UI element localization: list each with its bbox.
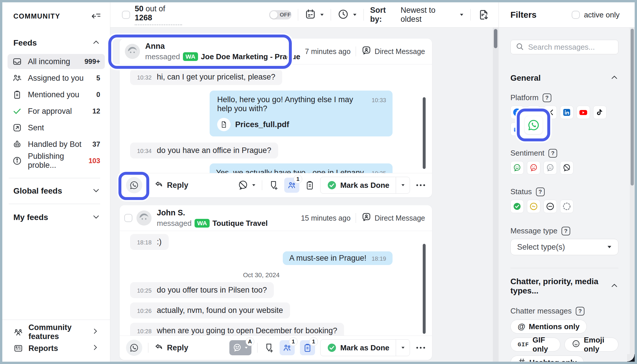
caret-down-icon (252, 184, 255, 186)
label-add-icon[interactable] (263, 342, 274, 353)
help-icon[interactable]: ? (576, 307, 584, 316)
divider (298, 9, 298, 21)
more-options-button[interactable] (415, 347, 426, 349)
status-pending-icon[interactable] (560, 200, 573, 213)
label-add-icon[interactable] (268, 180, 279, 191)
assign-users-button[interactable]: 1 (284, 178, 299, 193)
sidebar-item-all-incoming[interactable]: All incoming 999+ (8, 54, 105, 69)
sidebar-item-mentioned-you[interactable]: Mentioned you 0 (8, 87, 105, 102)
whatsapp-platform-icon[interactable] (525, 116, 543, 134)
chevron-up-icon[interactable] (610, 282, 618, 291)
filters-scrollbar-thumb[interactable] (631, 29, 634, 185)
status-label: Status (510, 187, 532, 196)
sidebar-item-reports[interactable]: Reports (9, 340, 103, 356)
tiktok-icon[interactable] (593, 106, 607, 119)
caret-down-icon (245, 347, 248, 349)
search-input[interactable] (528, 43, 613, 52)
help-icon[interactable]: ? (562, 227, 570, 235)
status-done-icon[interactable] (510, 200, 524, 213)
sidebar-item-handled-by-bot[interactable]: Handled by Bot 37 (8, 137, 105, 152)
main-scrollbar[interactable] (492, 28, 498, 362)
status-minus-icon[interactable] (544, 200, 557, 213)
mentions-only-button[interactable]: @ Mentions only (510, 320, 587, 334)
sentiment-neutral-icon[interactable] (544, 161, 557, 174)
status-snoozed-icon[interactable] (527, 200, 540, 213)
chat-scrollbar[interactable] (423, 244, 426, 334)
chevron-down-icon[interactable] (92, 186, 100, 196)
chevron-up-icon[interactable] (92, 38, 100, 48)
active-only-toggle[interactable]: active only (572, 10, 620, 19)
date-separator: Oct 30, 2024 (243, 271, 280, 279)
help-icon[interactable]: ? (548, 149, 557, 158)
file-attachment[interactable]: Prices_full.pdf (217, 118, 386, 131)
time-filter-dropdown[interactable] (337, 8, 357, 21)
message-type: Direct Message (361, 212, 425, 224)
selection-count: 50 out of 1268 (135, 4, 182, 25)
mark-as-done-dropdown[interactable] (396, 177, 410, 193)
emoji-only-button[interactable]: Emoji only (564, 338, 618, 352)
gif-only-button[interactable]: GIF GIF only (510, 338, 560, 352)
notes-button[interactable]: 1 (300, 340, 315, 355)
count-badge-alert: 103 (89, 157, 100, 165)
reply-button[interactable]: Reply (154, 180, 188, 191)
divider (331, 9, 331, 21)
sentiment-dropdown[interactable] (237, 180, 256, 191)
sidebar-item-community-features[interactable]: Community features (9, 324, 103, 340)
sidebar-item-assigned-to-you[interactable]: Assigned to you 5 (8, 71, 105, 86)
notes-icon[interactable] (305, 180, 315, 190)
collapse-sidebar-icon[interactable] (91, 11, 101, 21)
sentiment-negative-icon[interactable] (527, 161, 540, 174)
divider (356, 213, 356, 223)
card-checkbox[interactable] (124, 214, 132, 222)
divider (9, 178, 100, 178)
sidebar-item-publishing-problems[interactable]: Publishing proble... 103 (8, 153, 105, 168)
sidebar-item-sent[interactable]: Sent (8, 120, 105, 135)
help-icon[interactable]: ? (536, 188, 545, 196)
more-options-button[interactable] (415, 184, 426, 186)
notes-count-badge: 1 (309, 337, 318, 346)
message-type-select[interactable]: Select type(s) (510, 239, 618, 255)
chevron-down-icon[interactable] (92, 213, 100, 222)
off-toggle[interactable]: OFF (269, 10, 291, 19)
caret-down-icon (608, 246, 611, 248)
at-icon: @ (518, 322, 525, 331)
help-icon[interactable]: ? (543, 93, 551, 102)
chevron-up-icon[interactable] (610, 73, 618, 83)
select-all-checkbox[interactable] (122, 11, 130, 19)
sent-icon (12, 123, 22, 133)
chat-scrollbar[interactable] (423, 97, 426, 169)
mark-as-done-dropdown[interactable] (396, 340, 410, 356)
app-title: COMMUNITY (13, 12, 60, 20)
chevron-right-icon (91, 344, 99, 353)
whatsapp-badge: WA (195, 219, 210, 228)
linkedin-icon[interactable] (560, 106, 573, 119)
mark-as-done-button[interactable]: Mark as Done (320, 177, 410, 194)
card-footer: Reply A 1 (120, 336, 432, 360)
sidebar-item-for-approval[interactable]: For approval 12 (8, 104, 105, 119)
youtube-icon[interactable] (577, 106, 590, 119)
filters-scrollbar[interactable] (630, 28, 635, 362)
date-filter-dropdown[interactable] (305, 8, 324, 21)
main-scrollbar-thumb[interactable] (494, 29, 497, 48)
status-filter-row (510, 200, 618, 213)
reports-icon (13, 343, 23, 353)
active-only-checkbox[interactable] (572, 11, 580, 19)
hashtag-only-button[interactable]: Hashtag only (510, 356, 584, 362)
chat-history: 18:18 :) A must-see in Prague! 18:19 Oct… (120, 231, 432, 336)
sidebar-footer: Community features Reports (2, 320, 110, 362)
reply-button[interactable]: Reply (154, 342, 188, 354)
export-icon[interactable] (477, 8, 490, 21)
card-footer: Reply 1 (120, 173, 432, 197)
sort-dropdown[interactable]: Sort by: Newest to oldest (370, 6, 464, 24)
mark-as-done-button[interactable]: Mark as Done (320, 339, 410, 356)
reply-arrow-icon (154, 342, 163, 354)
people-icon (12, 73, 22, 83)
clipboard-icon (12, 90, 22, 100)
chatter-section-title: Chatter, priority, media types... (510, 277, 610, 295)
sentiment-dropdown[interactable]: A (229, 340, 251, 355)
sentiment-none-icon[interactable] (560, 161, 573, 174)
outgoing-message: Hello, here you go! Anything else I may … (210, 91, 393, 136)
sentiment-positive-icon[interactable] (510, 161, 524, 174)
assign-users-button[interactable]: 1 (280, 340, 295, 355)
search-box[interactable] (510, 40, 618, 54)
